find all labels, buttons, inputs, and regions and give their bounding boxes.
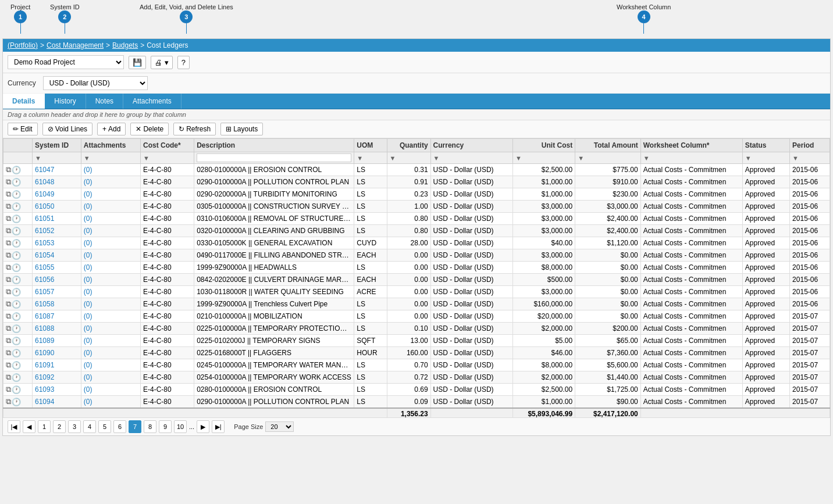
page-size-select[interactable]: 20 50 100 [265, 421, 294, 432]
breadcrumb-portfolio[interactable]: (Portfolio) [8, 41, 38, 49]
cell-attachments[interactable]: (0) [81, 359, 140, 371]
cell-system-id[interactable]: 61056 [33, 274, 81, 286]
edit-button[interactable]: ✏ Edit [8, 123, 38, 135]
col-header-cost-code[interactable]: Cost Code* [141, 139, 194, 152]
cell-system-id[interactable]: 61087 [33, 310, 81, 323]
col-header-worksheet-column[interactable]: Worksheet Column* [640, 139, 742, 152]
row-move-icon[interactable]: ⧉ [6, 385, 11, 394]
print-button[interactable]: 🖨 ▾ [151, 56, 173, 69]
help-button[interactable]: ? [177, 56, 190, 69]
col-header-system-id[interactable]: System ID [33, 139, 81, 152]
row-history-icon[interactable]: 🕐 [12, 276, 21, 284]
row-history-icon[interactable]: 🕐 [12, 288, 21, 296]
row-history-icon[interactable]: 🕐 [12, 166, 21, 174]
row-move-icon[interactable]: ⧉ [6, 299, 11, 309]
filter-description[interactable] [194, 152, 354, 164]
row-move-icon[interactable]: ⧉ [6, 324, 11, 333]
row-history-icon[interactable]: 🕐 [12, 178, 21, 187]
row-move-icon[interactable]: ⧉ [6, 373, 11, 382]
tab-history[interactable]: History [45, 94, 86, 109]
row-history-icon[interactable]: 🕐 [12, 239, 21, 248]
cell-system-id[interactable]: 61055 [33, 262, 81, 274]
cell-system-id[interactable]: 61049 [33, 188, 81, 201]
page-4[interactable]: 4 [83, 420, 96, 433]
row-move-icon[interactable]: ⧉ [6, 312, 11, 321]
void-lines-button[interactable]: ⊘ Void Lines [42, 123, 92, 135]
cell-system-id[interactable]: 61052 [33, 225, 81, 237]
row-history-icon[interactable]: 🕐 [12, 385, 21, 394]
row-move-icon[interactable]: ⧉ [6, 287, 11, 296]
cell-system-id[interactable]: 61089 [33, 335, 81, 347]
row-history-icon[interactable]: 🕐 [12, 324, 21, 333]
row-move-icon[interactable]: ⧉ [6, 177, 11, 187]
row-move-icon[interactable]: ⧉ [6, 348, 11, 358]
layouts-button[interactable]: ⊞ Layouts [220, 123, 263, 135]
page-last[interactable]: ▶| [212, 420, 225, 433]
cell-system-id[interactable]: 61090 [33, 347, 81, 359]
cell-attachments[interactable]: (0) [81, 323, 140, 335]
row-move-icon[interactable]: ⧉ [6, 238, 11, 248]
cell-attachments[interactable]: (0) [81, 213, 140, 225]
project-select[interactable]: Demo Road Project [8, 55, 124, 69]
row-history-icon[interactable]: 🕐 [12, 361, 21, 370]
cell-attachments[interactable]: (0) [81, 262, 140, 274]
row-history-icon[interactable]: 🕐 [12, 215, 21, 223]
cell-attachments[interactable]: (0) [81, 310, 140, 323]
row-move-icon[interactable]: ⧉ [6, 190, 11, 199]
filter-status[interactable]: ▼ [742, 152, 789, 164]
cell-system-id[interactable]: 61047 [33, 164, 81, 176]
page-prev[interactable]: ◀ [23, 420, 35, 433]
cell-system-id[interactable]: 61051 [33, 213, 81, 225]
filter-currency[interactable]: ▼ [430, 152, 512, 164]
row-move-icon[interactable]: ⧉ [6, 360, 11, 370]
cell-attachments[interactable]: (0) [81, 384, 140, 396]
save-button[interactable]: 💾 [129, 56, 146, 69]
row-history-icon[interactable]: 🕐 [12, 373, 21, 382]
row-history-icon[interactable]: 🕐 [12, 190, 21, 199]
cell-system-id[interactable]: 61050 [33, 201, 81, 213]
cell-attachments[interactable]: (0) [81, 249, 140, 262]
row-move-icon[interactable]: ⧉ [6, 397, 11, 406]
cell-attachments[interactable]: (0) [81, 347, 140, 359]
page-5[interactable]: 5 [98, 420, 111, 433]
row-move-icon[interactable]: ⧉ [6, 165, 11, 174]
cell-system-id[interactable]: 61054 [33, 249, 81, 262]
row-move-icon[interactable]: ⧉ [6, 263, 11, 272]
cell-attachments[interactable]: (0) [81, 237, 140, 249]
page-next[interactable]: ▶ [197, 420, 209, 433]
cell-system-id[interactable]: 61053 [33, 237, 81, 249]
page-first[interactable]: |◀ [8, 420, 20, 433]
row-history-icon[interactable]: 🕐 [12, 337, 21, 345]
cell-attachments[interactable]: (0) [81, 371, 140, 384]
filter-worksheet-column[interactable]: ▼ [640, 152, 742, 164]
row-history-icon[interactable]: 🕐 [12, 300, 21, 309]
refresh-button[interactable]: ↻ Refresh [173, 123, 216, 135]
cell-system-id[interactable]: 61057 [33, 286, 81, 298]
tab-details[interactable]: Details [3, 94, 45, 109]
filter-system-id[interactable]: ▼ [33, 152, 81, 164]
cell-system-id[interactable]: 61058 [33, 298, 81, 310]
cell-attachments[interactable]: (0) [81, 188, 140, 201]
page-9[interactable]: 9 [159, 420, 172, 433]
cell-attachments[interactable]: (0) [81, 298, 140, 310]
filter-uom[interactable]: ▼ [354, 152, 387, 164]
cell-system-id[interactable]: 61094 [33, 396, 81, 409]
col-header-total-amount[interactable]: Total Amount [575, 139, 641, 152]
col-header-status[interactable]: Status [742, 139, 789, 152]
row-history-icon[interactable]: 🕐 [12, 398, 21, 406]
cell-attachments[interactable]: (0) [81, 225, 140, 237]
col-header-quantity[interactable]: Quantity [387, 139, 430, 152]
col-header-currency[interactable]: Currency [430, 139, 512, 152]
page-10[interactable]: 10 [174, 420, 187, 433]
row-move-icon[interactable]: ⧉ [6, 275, 11, 284]
col-header-unit-cost[interactable]: Unit Cost [512, 139, 575, 152]
filter-total-amount[interactable]: ▼ [575, 152, 641, 164]
row-history-icon[interactable]: 🕐 [12, 227, 21, 235]
col-header-attachments[interactable]: Attachments [81, 139, 140, 152]
row-move-icon[interactable]: ⧉ [6, 214, 11, 223]
cell-system-id[interactable]: 61091 [33, 359, 81, 371]
cell-attachments[interactable]: (0) [81, 286, 140, 298]
filter-cost-code[interactable]: ▼ [141, 152, 194, 164]
cell-attachments[interactable]: (0) [81, 201, 140, 213]
cell-attachments[interactable]: (0) [81, 396, 140, 409]
